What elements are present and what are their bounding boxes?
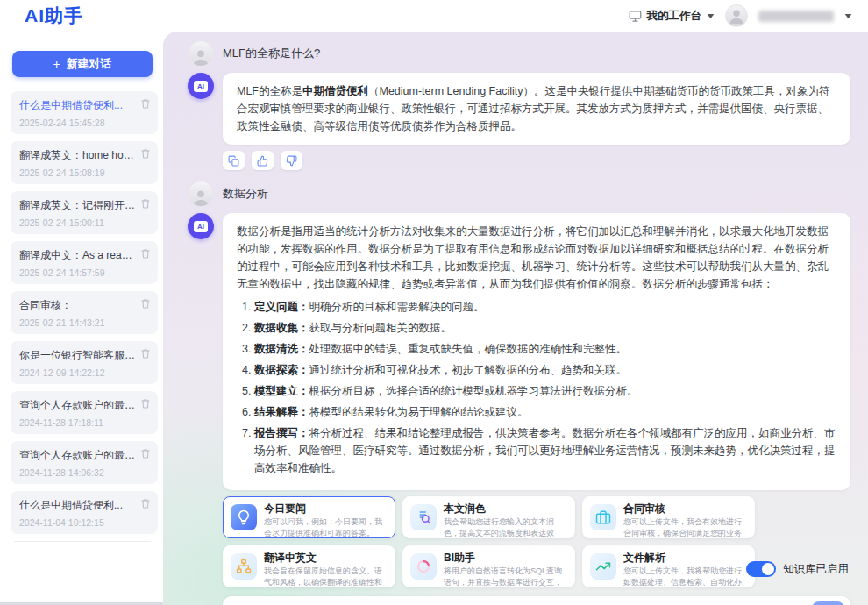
card-desc: 您可以上传文件，我会有效地进行合同审核，确保合同满足您的业务需求。: [623, 516, 747, 538]
card-desc: 您可以问我，例如：今日要闻，我会尽力提供准确和可靠的答案。: [264, 516, 388, 538]
chevron-down-icon[interactable]: [844, 13, 852, 19]
ai-avatar-label: AI: [194, 81, 208, 92]
card-title: 合同审核: [623, 502, 747, 515]
card-desc: 我会旨在保留原始信息的含义、语气和风格，以确保翻译的准确性和自然流畅。: [264, 566, 388, 587]
card-bi-assistant[interactable]: BI助手 将用户的自然语言转化为SQL查询语句，并直接与数据库进行交互，返回智能…: [402, 545, 575, 587]
card-file-parse[interactable]: 文件解析 您可以上传文件，我将帮助您进行如数据处理、信息检索、自动化办公等。: [582, 545, 755, 587]
copy-button[interactable]: [223, 151, 245, 170]
card-text-polish[interactable]: 本文润色 我会帮助您进行您输入的文本润色，提高文本的流畅度和表达效果。: [402, 496, 575, 538]
card-title: BI助手: [444, 552, 567, 564]
user-message-avatar: [188, 40, 214, 67]
history-title: 查询个人存款账户的最新...: [19, 448, 137, 463]
history-item[interactable]: 合同审核： 2025-02-21 14:43:21: [11, 291, 158, 334]
ai-message: AI MLF的全称是中期借贷便利（Medium-term Lending Fac…: [188, 73, 850, 145]
user-message-text: MLF的全称是什么?: [223, 46, 320, 61]
trash-icon[interactable]: [140, 448, 151, 459]
history-item[interactable]: 查询个人存款账户的最新... 2024-11-28 14:06:32: [11, 441, 158, 484]
user-message: MLF的全称是什么?: [188, 40, 850, 67]
toggle-on-icon[interactable]: [746, 561, 776, 577]
pie-chart-icon: [410, 553, 437, 580]
user-message: 数据分析: [188, 181, 850, 207]
history-title: 翻译成中文：As a reader...: [19, 248, 137, 263]
step-item: 模型建立：根据分析目标，选择合适的统计模型或机器学习算法进行数据分析。: [254, 382, 836, 400]
bulb-icon: [231, 504, 257, 530]
card-title: 文件解析: [623, 552, 747, 564]
chat-panel: MLF的全称是什么? AI MLF的全称是中期借贷便利（Medium-term …: [163, 32, 868, 605]
ai-avatar: AI: [188, 213, 214, 239]
chevron-down-icon: [707, 13, 715, 19]
trash-icon[interactable]: [140, 198, 151, 209]
card-title: 本文润色: [444, 502, 567, 515]
history-item[interactable]: 翻译成中文：As a reader... 2025-02-24 14:57:59: [11, 241, 158, 284]
ai2-intro: 数据分析是指用适当的统计分析方法对收集来的大量数据进行分析，将它们加以汇总和理解…: [237, 225, 829, 290]
user-avatar[interactable]: [725, 4, 748, 27]
new-chat-button[interactable]: + 新建对话: [12, 51, 153, 77]
trash-icon[interactable]: [140, 498, 151, 509]
history-time: 2024-11-28 17:18:11: [19, 417, 137, 428]
history-title: 翻译成英文：home home: [19, 148, 137, 163]
workspace-menu[interactable]: 我的工作台: [629, 9, 715, 24]
step-item: 数据清洗：处理数据中的错误、重复或缺失值，确保数据的准确性和完整性。: [254, 340, 836, 358]
ai-avatar-label: AI: [194, 221, 208, 232]
history-time: 2024-12-09 14:22:12: [19, 367, 137, 378]
card-title: 翻译中英文: [264, 552, 388, 564]
history-title: 什么是中期借贷便利...: [19, 498, 137, 513]
user-message-avatar: [188, 181, 214, 207]
history-title: 合同审核：: [19, 298, 137, 313]
step-item: 报告撰写：将分析过程、结果和结论整理成报告，供决策者参考。数据分析在各个领域都有…: [254, 424, 836, 477]
history-time: 2024-11-28 14:06:32: [19, 467, 137, 478]
workspace-label: 我的工作台: [647, 9, 702, 24]
trash-icon[interactable]: [140, 248, 151, 259]
trash-icon[interactable]: [140, 98, 151, 109]
history-title: 你是一位银行智能客服，...: [19, 348, 137, 363]
app-header: AI助手 我的工作台: [0, 0, 868, 32]
history-title: 什么是中期借贷便利...: [19, 98, 137, 113]
trash-icon[interactable]: [140, 298, 151, 309]
user-message-text: 数据分析: [223, 186, 268, 202]
history-title: 查询个人存款账户的最新...: [19, 398, 137, 413]
history-item[interactable]: 什么是中期借贷便利... 2025-02-24 15:45:28: [11, 91, 158, 134]
user-name-redacted: [758, 11, 834, 22]
card-translate[interactable]: 翻译中英文 我会旨在保留原始信息的含义、语气和风格，以确保翻译的准确性和自然流畅…: [223, 545, 395, 587]
ai-message-bubble: 数据分析是指用适当的统计分析方法对收集来的大量数据进行分析，将它们加以汇总和理解…: [223, 213, 850, 490]
thumbs-up-button[interactable]: [252, 151, 274, 170]
sidebar: + 新建对话 什么是中期借贷便利... 2025-02-24 15:45:28 …: [0, 32, 163, 605]
knowledge-base-label: 知识库已启用: [783, 562, 849, 577]
ai-avatar: AI: [188, 73, 214, 99]
history-time: 2025-02-24 15:08:19: [19, 167, 137, 178]
sitemap-icon: [231, 553, 257, 580]
send-button[interactable]: [812, 601, 844, 605]
ai1-bold-term: 中期借贷便利: [302, 85, 368, 97]
history-item[interactable]: 查询个人存款账户的最新... 2024-11-28 17:18:11: [11, 391, 158, 434]
ai-message: AI 数据分析是指用适当的统计分析方法对收集来的大量数据进行分析，将它们加以汇总…: [188, 213, 850, 490]
card-desc: 我会帮助您进行您输入的文本润色，提高文本的流畅度和表达效果。: [444, 516, 567, 538]
history-item[interactable]: 你是一位银行智能客服，... 2024-12-09 14:22:12: [11, 341, 158, 384]
trash-icon[interactable]: [140, 148, 151, 159]
history-title: 翻译成英文：记得刚开始...: [19, 198, 137, 213]
step-item: 定义问题：明确分析的目标和需要解决的问题。: [254, 298, 836, 316]
plus-icon: +: [53, 57, 60, 71]
history-item[interactable]: 什么是中期借贷便利... 2024-11-04 10:12:15: [11, 491, 158, 534]
monitor-icon: [629, 10, 642, 23]
step-item: 结果解释：将模型的结果转化为易于理解的结论或建议。: [254, 403, 836, 421]
thumbs-down-button[interactable]: [281, 151, 302, 170]
card-desc: 将用户的自然语言转化为SQL查询语句，并直接与数据库进行交互，返回智能推荐的图表…: [444, 566, 567, 587]
history-time: 2025-02-24 14:57:59: [19, 267, 137, 278]
ai1-prefix: MLF的全称是: [237, 85, 302, 97]
knowledge-base-toggle[interactable]: 知识库已启用: [746, 561, 849, 577]
new-chat-label: 新建对话: [67, 56, 112, 72]
feature-cards-section: 今日要闻 您可以问我，例如：今日要闻，我会尽力提供准确和可靠的答案。 本文润色 …: [223, 496, 850, 587]
history-item[interactable]: 翻译成英文：home home 2025-02-24 15:08:19: [11, 141, 158, 184]
analysis-steps-list: 定义问题：明确分析的目标和需要解决的问题。 数据收集：获取与分析问题相关的数据。…: [254, 298, 836, 477]
app-logo: AI助手: [25, 4, 83, 28]
card-contract-review[interactable]: 合同审核 您可以上传文件，我会有效地进行合同审核，确保合同满足您的业务需求。: [582, 496, 755, 538]
trash-icon[interactable]: [140, 398, 151, 409]
briefcase-icon: [590, 504, 616, 530]
card-today-news[interactable]: 今日要闻 您可以问我，例如：今日要闻，我会尽力提供准确和可靠的答案。: [223, 496, 395, 538]
history-item[interactable]: 翻译成英文：记得刚开始... 2025-02-24 15:00:11: [11, 191, 158, 234]
history-time: 2025-02-24 15:45:28: [19, 117, 137, 128]
history-time: 2024-11-04 10:12:15: [19, 517, 137, 528]
trend-up-icon: [590, 553, 616, 580]
card-title: 今日要闻: [264, 502, 388, 515]
trash-icon[interactable]: [140, 348, 151, 359]
